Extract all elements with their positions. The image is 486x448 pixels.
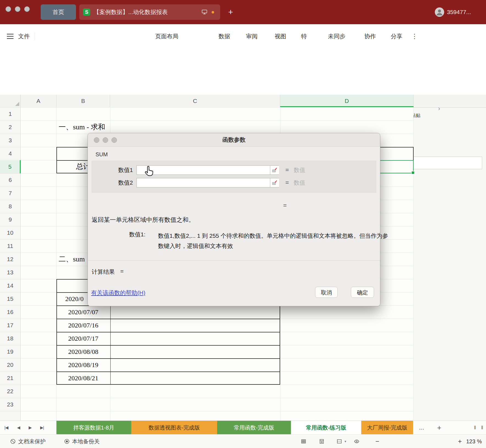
- row-header-13[interactable]: 13: [0, 266, 20, 279]
- row-header-15[interactable]: 15: [0, 292, 20, 305]
- row-header-9[interactable]: 9: [0, 213, 20, 226]
- row-header-12[interactable]: 12: [0, 253, 20, 266]
- collaborate-label[interactable]: 协作: [364, 24, 376, 48]
- window-minimize-icon[interactable]: [15, 6, 20, 12]
- select-all-corner[interactable]: [0, 95, 21, 107]
- function-args-dialog[interactable]: 函数参数 SUM 数值1 = 数值 数值2 = 数值: [88, 133, 380, 306]
- sheet-tab-3-active[interactable]: 常用函数-练习版: [291, 421, 361, 435]
- menu-file[interactable]: 文件: [18, 24, 30, 48]
- zoom-out-button[interactable]: −: [375, 435, 379, 448]
- col-header-b[interactable]: B: [56, 95, 110, 107]
- row-header-2[interactable]: 2: [0, 121, 20, 134]
- menu-review[interactable]: 审阅: [246, 24, 258, 48]
- backup-status-icon[interactable]: [64, 438, 70, 444]
- last-sheet-icon[interactable]: ▶|: [40, 421, 44, 435]
- cell-b18-date[interactable]: 2020/07/17: [56, 332, 110, 345]
- sheet-tab-bar: |◀ ◀ ▶ ▶| 拌客源数据1-8月 数据透视图表-完成版 常用函数-完成版 …: [0, 420, 486, 435]
- menu-data[interactable]: 数据: [219, 24, 230, 48]
- function-help-link[interactable]: 有关该函数的帮助(H): [91, 289, 145, 297]
- backup-status[interactable]: 本地备份关: [72, 435, 100, 448]
- next-sheet-icon[interactable]: ▶: [29, 421, 32, 435]
- dialog-zoom-icon[interactable]: [111, 137, 117, 143]
- sheet-tab-1[interactable]: 数据透视图表-完成版: [131, 421, 217, 435]
- page-break-view-icon[interactable]: [336, 438, 342, 444]
- arg1-input[interactable]: [136, 165, 279, 175]
- cell-b17-date[interactable]: 2020/07/16: [56, 319, 110, 332]
- arg2-input[interactable]: [136, 178, 279, 187]
- row-header-20[interactable]: 20: [0, 358, 20, 371]
- zoom-level[interactable]: 123 %: [466, 435, 482, 448]
- row-header-21[interactable]: 21: [0, 371, 20, 385]
- row-header-18[interactable]: 18: [0, 332, 20, 345]
- row-header-4[interactable]: 4: [0, 147, 20, 160]
- ribbon-toolbar: fx 插入函数 Σ 求和 fx ★ 常用函数 fx 全部 ¥ 财务 ? 逻辑: [0, 48, 486, 77]
- menu-bar: 文件 PDF ‹ 页面布局 公式 数据 审阅 视图: [0, 24, 486, 49]
- col-header-a[interactable]: A: [21, 95, 56, 107]
- prev-sheet-icon[interactable]: ◀: [17, 421, 20, 435]
- home-tab[interactable]: 首页: [41, 4, 76, 20]
- row-header-8[interactable]: 8: [0, 200, 20, 213]
- avatar[interactable]: [435, 7, 444, 17]
- arg2-type-hint: 数值: [294, 178, 305, 187]
- cell-b19-date[interactable]: 2020/08/08: [56, 345, 110, 358]
- menu-special-partial[interactable]: 特: [301, 24, 307, 48]
- add-sheet-button[interactable]: +: [434, 421, 445, 435]
- arg1-range-select-button[interactable]: [270, 166, 279, 174]
- range-select-icon: [272, 167, 278, 173]
- row-header-6[interactable]: 6: [0, 173, 20, 187]
- row-header-19[interactable]: 19: [0, 345, 20, 358]
- row-header-14[interactable]: 14: [0, 279, 20, 292]
- dialog-title-bar[interactable]: 函数参数: [88, 133, 380, 147]
- row-header-17[interactable]: 17: [0, 319, 20, 332]
- range-select-icon: [272, 180, 278, 186]
- cell-b2-section-title[interactable]: 一、sum - 求和: [59, 121, 105, 134]
- first-sheet-icon[interactable]: |◀: [4, 421, 8, 435]
- eye-protection-icon[interactable]: [353, 438, 359, 444]
- view-caret-icon[interactable]: ▾: [345, 435, 346, 448]
- window-close-icon[interactable]: [6, 6, 11, 12]
- protection-status[interactable]: 文档未保护: [18, 435, 46, 448]
- sheet-tab-0[interactable]: 拌客源数据1-8月: [56, 421, 131, 435]
- arg2-range-select-button[interactable]: [270, 178, 279, 187]
- sheet-tab-4[interactable]: 大厂周报-完成版: [361, 421, 413, 435]
- row-header-3[interactable]: 3: [0, 134, 20, 147]
- wps-spreadsheet-app: 首页 S 【案例数据】...动化数据报表 + 359477... 文件: [0, 0, 486, 448]
- row-header-7[interactable]: 7: [0, 187, 20, 200]
- more-sheets-button[interactable]: ...: [416, 421, 427, 435]
- dialog-minimize-icon[interactable]: [103, 137, 108, 143]
- sheet-tab-2[interactable]: 常用函数-完成版: [217, 421, 291, 435]
- cell-b12-section-title[interactable]: 二、sum: [59, 253, 85, 266]
- cell-b20-date[interactable]: 2020/08/19: [56, 358, 110, 371]
- zoom-in-button[interactable]: +: [458, 435, 462, 448]
- result-equals-mid: =: [283, 201, 287, 210]
- row-header-5-selected[interactable]: 5: [0, 160, 21, 173]
- row-header-10[interactable]: 10: [0, 226, 20, 239]
- ok-button[interactable]: 确定: [351, 287, 374, 298]
- page-layout-view-icon[interactable]: [319, 438, 325, 444]
- dialog-close-icon[interactable]: [94, 137, 99, 143]
- row-header-23[interactable]: 23: [0, 398, 20, 411]
- window-zoom-icon[interactable]: [24, 6, 30, 12]
- menu-view[interactable]: 视图: [275, 24, 286, 48]
- share-label[interactable]: 分享: [391, 24, 402, 48]
- column-headers: A B C D: [0, 95, 486, 108]
- cancel-button[interactable]: 取消: [315, 287, 338, 298]
- hamburger-menu-icon[interactable]: [7, 33, 14, 39]
- sync-status[interactable]: 未同步: [328, 24, 345, 48]
- row-header-22: 22: [0, 385, 20, 398]
- row-header-16[interactable]: 16: [0, 305, 20, 319]
- tabbar-split-handle-icon-2[interactable]: ‖: [479, 421, 485, 435]
- protection-status-icon[interactable]: [10, 438, 16, 444]
- row-header-1[interactable]: 1: [0, 107, 20, 121]
- normal-view-icon[interactable]: [301, 438, 307, 444]
- menu-page-layout[interactable]: 页面布局: [155, 24, 178, 48]
- more-options-icon[interactable]: ⋮: [411, 24, 418, 48]
- document-tab[interactable]: S 【案例数据】...动化数据报表: [79, 4, 220, 20]
- new-tab-button[interactable]: +: [225, 0, 236, 24]
- col-header-c[interactable]: C: [110, 95, 280, 107]
- cell-b16-date[interactable]: 2020/07/07: [56, 305, 110, 319]
- tabbar-split-handle-icon[interactable]: ‖: [472, 421, 478, 435]
- row-header-11[interactable]: 11: [0, 239, 20, 253]
- cell-b21-date[interactable]: 2020/08/21: [56, 371, 110, 385]
- col-header-d-selected[interactable]: D: [280, 95, 414, 107]
